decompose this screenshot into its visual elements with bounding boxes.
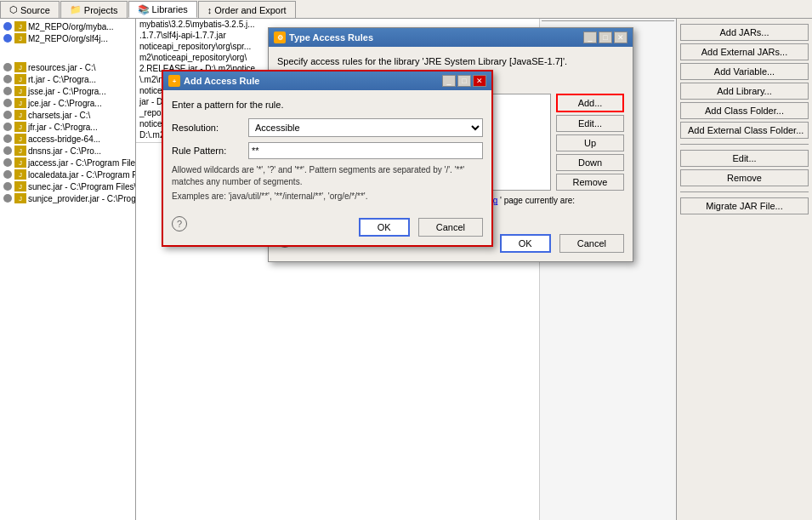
tab-source[interactable]: ⬡ Source — [0, 1, 60, 18]
minimize-button[interactable]: _ — [583, 31, 597, 43]
type-access-ok-button[interactable]: OK — [500, 234, 551, 253]
list-item[interactable]: J charsets.jar - C:\ — [0, 109, 135, 121]
add-access-maximize-button[interactable]: □ — [457, 75, 471, 87]
list-item[interactable]: J resources.jar - C:\ — [0, 61, 135, 73]
add-external-class-folder-button[interactable]: Add External Class Folder... — [680, 122, 809, 139]
migrate-jar-button[interactable]: Migrate JAR File... — [680, 197, 809, 214]
bullet-icon — [3, 158, 12, 167]
jar-icon: J — [14, 122, 26, 132]
jar-icon: J — [14, 169, 26, 180]
tab-order-export[interactable]: ↕ Order and Export — [198, 1, 296, 18]
tab-libraries[interactable]: 📚 Libraries — [128, 1, 197, 18]
jar-icon: J — [14, 134, 26, 144]
bullet-icon — [3, 146, 12, 155]
add-access-ok-button[interactable]: OK — [359, 218, 410, 237]
bullet-icon — [3, 170, 12, 179]
jar-icon: J — [14, 157, 26, 168]
jar-icon: J — [14, 98, 26, 108]
jar-icon: J — [14, 86, 26, 96]
add-access-bottom: ? OK Cancel — [172, 211, 483, 237]
add-class-folder-button[interactable]: Add Class Folder... — [680, 102, 809, 119]
bullet-icon — [3, 34, 12, 43]
list-item[interactable]: J sunec.jar - C:\Program Files\Java\jre7… — [0, 180, 135, 192]
bullet-icon — [3, 22, 12, 31]
bullet-icon — [3, 99, 12, 107]
jar-icon: J — [14, 33, 26, 43]
list-item[interactable]: J jaccess.jar - C:\Program Files\Java\jr… — [0, 157, 135, 169]
bullet-icon — [3, 182, 12, 191]
main-area: J M2_REPO/org/myba... J M2_REPO/org/slf4… — [0, 19, 812, 520]
plus-icon: + — [168, 75, 180, 87]
rule-pattern-row: Rule Pattern: — [172, 142, 483, 159]
tab-projects[interactable]: 📁 Projects — [60, 1, 128, 18]
list-item[interactable]: J access-bridge-64... — [0, 133, 135, 145]
window-controls: _ □ ✕ — [583, 31, 627, 43]
list-item[interactable]: J rt.jar - C:\Progra... — [0, 73, 135, 85]
resolution-select[interactable]: Accessible Discouraged Forbidden — [248, 118, 483, 137]
type-access-title: ⚙ Type Access Rules — [274, 31, 373, 43]
add-access-rule-button[interactable]: Add... — [556, 94, 624, 112]
jar-icon: J — [14, 110, 26, 120]
jar-icon: J — [14, 146, 26, 156]
rule-pattern-label: Rule Pattern: — [172, 146, 248, 156]
type-access-cancel-button[interactable]: Cancel — [559, 234, 624, 253]
list-item[interactable]: J localedata.jar - C:\Program Files\Java… — [0, 169, 135, 180]
add-external-jars-button[interactable]: Add External JARs... — [680, 43, 809, 60]
add-access-buttons: OK Cancel — [359, 218, 483, 237]
bullet-icon — [3, 111, 12, 119]
remove-button[interactable]: Remove — [680, 169, 809, 186]
help-text-2: Examples are: 'java/util/**', '**/intern… — [172, 191, 483, 203]
maximize-button[interactable]: □ — [599, 31, 612, 43]
left-panel: J M2_REPO/org/myba... J M2_REPO/org/slf4… — [0, 19, 136, 520]
jar-icon: J — [14, 193, 26, 203]
add-access-minimize-button[interactable]: _ — [442, 75, 456, 87]
remove-access-button[interactable]: Remove — [556, 174, 624, 191]
bullet-icon — [3, 87, 12, 95]
up-button[interactable]: Up — [556, 134, 624, 151]
bullet-icon — [3, 194, 12, 203]
list-item[interactable]: J M2_REPO/org/slf4j... — [0, 32, 135, 44]
separator-2 — [680, 191, 809, 192]
jar-icon: J — [14, 21, 26, 31]
list-item[interactable]: J sunjce_provider.jar - C:\Program Files… — [0, 192, 135, 204]
list-item[interactable]: J jfr.jar - C:\Progra... — [0, 121, 135, 133]
add-variable-button[interactable]: Add Variable... — [680, 63, 809, 80]
type-access-dialog-buttons: OK Cancel — [500, 234, 624, 253]
list-item[interactable]: J jsse.jar - C:\Progra... — [0, 85, 135, 97]
type-access-title-bar: ⚙ Type Access Rules _ □ ✕ — [269, 28, 633, 47]
add-access-cancel-button[interactable]: Cancel — [418, 218, 483, 237]
bullet-icon — [3, 134, 12, 143]
close-button[interactable]: ✕ — [614, 31, 627, 43]
projects-icon: 📁 — [70, 4, 82, 15]
jar-icon: J — [14, 74, 26, 84]
add-jars-button[interactable]: Add JARs... — [680, 24, 809, 41]
bullet-icon — [3, 75, 12, 83]
resolution-label: Resolution: — [172, 123, 248, 133]
edit-access-rule-button[interactable]: Edit... — [556, 115, 624, 132]
separator — [680, 144, 809, 145]
gear-icon: ⚙ — [274, 31, 286, 43]
add-library-button[interactable]: Add Library... — [680, 83, 809, 100]
order-icon: ↕ — [207, 5, 213, 15]
jar-icon: J — [14, 62, 26, 72]
access-rule-buttons: Add... Edit... Up Down Remove — [556, 94, 624, 191]
right-panel: Add JARs... Add External JARs... Add Var… — [676, 19, 812, 520]
list-item[interactable]: J M2_REPO/org/myba... — [0, 20, 135, 32]
list-item[interactable]: J jce.jar - C:\Progra... — [0, 97, 135, 109]
rule-pattern-input[interactable] — [248, 142, 483, 159]
bullet-icon — [3, 63, 12, 71]
middle-panel: mybatis\3.2.5\mybatis-3.2.5.j... .1.7.7\… — [136, 19, 676, 520]
list-item[interactable]: J dnsns.jar - C:\Pro... — [0, 145, 135, 157]
jar-icon: J — [14, 181, 26, 191]
tab-bar: ⬡ Source 📁 Projects 📚 Libraries ↕ Order … — [0, 0, 812, 19]
down-button[interactable]: Down — [556, 154, 624, 171]
add-access-window-controls: _ □ ✕ — [442, 75, 486, 87]
source-icon: ⬡ — [9, 4, 18, 15]
add-access-content: Enter a pattern for the rule. Resolution… — [163, 90, 491, 245]
edit-button[interactable]: Edit... — [680, 150, 809, 167]
add-access-help-button[interactable]: ? — [172, 216, 187, 231]
add-access-close-button[interactable]: ✕ — [473, 75, 486, 87]
add-access-dialog: + Add Access Rule _ □ ✕ Enter a pattern … — [162, 70, 493, 247]
add-access-title: + Add Access Rule — [168, 75, 259, 87]
bullet-icon — [3, 123, 12, 131]
